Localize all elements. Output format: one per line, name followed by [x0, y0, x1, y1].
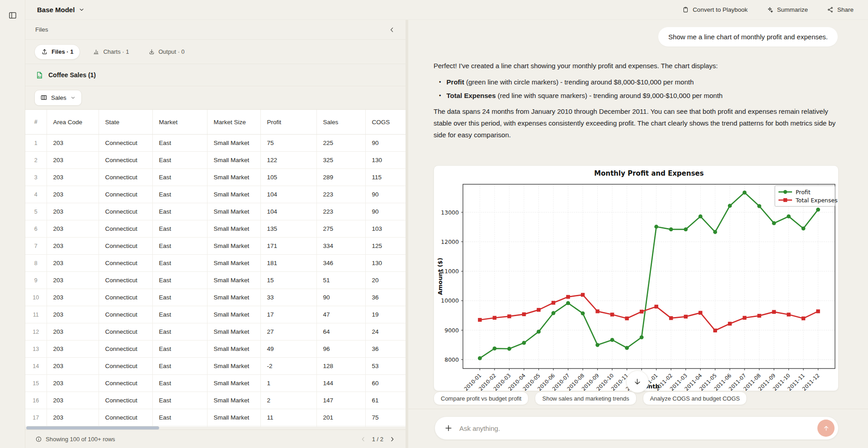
arrow-down-icon — [633, 377, 642, 386]
table-row: 14203ConnecticutEastSmall Market-212853 — [25, 358, 406, 375]
table-footer: Showing 100 of 100+ rows 1 / 2 — [25, 429, 406, 448]
svg-text:13000: 13000 — [441, 209, 459, 216]
collapse-panel-icon[interactable] — [388, 26, 396, 33]
upload-icon — [41, 48, 48, 55]
files-panel-tabs: Files · 1Charts · 1Output · 0 — [25, 40, 406, 64]
summarize-button[interactable]: Summarize — [764, 6, 811, 14]
table-row: 15203ConnecticutEastSmall Market114460 — [25, 375, 406, 392]
suggestion-chip[interactable]: Show sales and marketing trends — [535, 392, 636, 405]
suggestion-chip[interactable]: Compare profit vs budget profit — [434, 392, 528, 405]
column-header-state: State — [99, 110, 152, 135]
chart-card: Monthly Profit and Expenses 800090001000… — [434, 165, 839, 391]
assistant-bullet: •Profit (green line with circle markers)… — [434, 75, 843, 89]
table-row: 3203ConnecticutEastSmall Market105289115 — [25, 169, 406, 186]
column-header-sales: Sales — [316, 110, 365, 135]
table-body: 1203ConnecticutEastSmall Market752259022… — [25, 135, 406, 427]
row-count-status: Showing 100 of 100+ rows — [35, 436, 115, 443]
svg-text:11000: 11000 — [441, 268, 459, 275]
table-row: 8203ConnecticutEastSmall Market181346130 — [25, 255, 406, 272]
horizontal-scrollbar-thumb[interactable] — [26, 426, 159, 429]
svg-text:10000: 10000 — [441, 297, 459, 304]
page-prev-icon[interactable] — [360, 436, 367, 443]
table-row: 12203ConnecticutEastSmall Market276424 — [25, 323, 406, 341]
plus-icon[interactable] — [444, 424, 453, 433]
profit-expenses-chart-svg: 80009000100001100012000130002010-012010-… — [434, 166, 838, 391]
sheet-selector[interactable]: Sales — [34, 90, 82, 106]
table-row: 9203ConnecticutEastSmall Market155120 — [25, 272, 406, 289]
file-row-coffee-sales[interactable]: XLS Coffee Sales (1) — [25, 64, 406, 86]
assistant-outro-text: The data spans 24 months from January 20… — [434, 106, 843, 141]
data-table: #Area CodeStateMarketMarket SizeProfitSa… — [25, 110, 406, 427]
info-icon — [35, 436, 42, 443]
assistant-bullet-list: •Profit (green line with circle markers)… — [434, 75, 843, 103]
tab-files[interactable]: Files · 1 — [34, 44, 80, 60]
chat-panel: Show me a line chart of monthly profit a… — [408, 20, 868, 448]
input-divider — [408, 409, 868, 409]
left-rail — [0, 0, 25, 448]
suggestion-chips: Compare profit vs budget profitShow sale… — [434, 392, 747, 405]
table-row: 1203ConnecticutEastSmall Market7522590 — [25, 135, 406, 152]
column-header-profit: Profit — [260, 110, 316, 135]
sheet-name: Sales — [51, 94, 66, 101]
column-header--: # — [25, 110, 47, 135]
assistant-intro-text: Perfect! I've created a line chart showi… — [434, 60, 843, 72]
model-selector[interactable]: Base Model — [37, 6, 85, 14]
column-header-market: Market — [152, 110, 207, 135]
table-header: #Area CodeStateMarketMarket SizeProfitSa… — [25, 110, 406, 135]
table-row: 2203ConnecticutEastSmall Market122325130 — [25, 152, 406, 169]
send-button[interactable] — [817, 420, 835, 437]
page-indicator: 1 / 2 — [372, 436, 383, 443]
row-count-text: Showing 100 of 100+ rows — [46, 436, 115, 443]
svg-text:Total Expenses: Total Expenses — [795, 197, 838, 204]
page-next-icon[interactable] — [389, 436, 396, 443]
column-header-cogs: COGS — [365, 110, 406, 135]
sheet-selector-row: Sales — [25, 86, 406, 109]
column-header-market-size: Market Size — [207, 110, 260, 135]
ask-input-bar — [434, 416, 839, 440]
clipboard-icon — [682, 6, 689, 13]
svg-text:8000: 8000 — [444, 356, 459, 363]
arrow-up-icon — [822, 425, 830, 432]
svg-text:9000: 9000 — [444, 327, 459, 334]
svg-text:Profit: Profit — [796, 189, 811, 196]
table-row: 11203ConnecticutEastSmall Market174719 — [25, 306, 406, 323]
top-bar: Base Model Convert to PlaybookSummarizeS… — [25, 0, 868, 20]
ask-input[interactable] — [453, 425, 817, 432]
tab-output[interactable]: Output · 0 — [142, 44, 191, 60]
share-button[interactable]: Share — [824, 6, 856, 14]
download-icon — [148, 48, 155, 55]
column-header-area-code: Area Code — [47, 110, 99, 135]
table-row: 5203ConnecticutEastSmall Market10422390 — [25, 203, 406, 220]
table-row: 16203ConnecticutEastSmall Market214761 — [25, 392, 406, 409]
convert-to-playbook-button[interactable]: Convert to Playbook — [679, 6, 750, 14]
bar-chart-icon — [93, 48, 99, 55]
chevron-down-icon — [78, 6, 85, 13]
app-window: Base Model Convert to PlaybookSummarizeS… — [0, 0, 868, 448]
file-name: Coffee Sales (1) — [48, 71, 96, 79]
files-panel: Files Files · 1Charts · 1Output · 0 XLS … — [25, 20, 406, 448]
table-row: 7203ConnecticutEastSmall Market171334125 — [25, 238, 406, 255]
columns-icon — [40, 94, 47, 101]
chevron-down-icon — [70, 95, 76, 101]
suggestion-chip[interactable]: Analyze COGS and budget COGS — [643, 392, 747, 405]
table-row: 17203ConnecticutEastSmall Market1120175 — [25, 409, 406, 426]
table-row: 4203ConnecticutEastSmall Market10422390 — [25, 186, 406, 203]
files-panel-title: Files — [35, 26, 48, 33]
table-row: 6203ConnecticutEastSmall Market135275103 — [25, 220, 406, 238]
files-panel-header: Files — [25, 20, 406, 40]
user-message-bubble: Show me a line chart of monthly profit a… — [658, 27, 838, 47]
svg-text:12000: 12000 — [441, 238, 459, 245]
sparkles-icon — [767, 6, 774, 13]
share-icon — [827, 6, 834, 13]
tab-charts[interactable]: Charts · 1 — [86, 44, 135, 60]
svg-text:Amount ($): Amount ($) — [437, 258, 443, 295]
svg-text:XLS: XLS — [38, 75, 42, 78]
pagination: 1 / 2 — [360, 436, 396, 443]
xls-file-icon: XLS — [35, 71, 44, 79]
data-table-container: #Area CodeStateMarketMarket SizeProfitSa… — [25, 109, 406, 427]
table-row: 10203ConnecticutEastSmall Market339036 — [25, 289, 406, 306]
table-row: 13203ConnecticutEastSmall Market499636 — [25, 341, 406, 358]
scroll-to-bottom-button[interactable] — [626, 370, 649, 393]
sidebar-toggle-icon[interactable] — [8, 11, 18, 20]
assistant-bullet: •Total Expenses (red line with square ma… — [434, 89, 843, 103]
